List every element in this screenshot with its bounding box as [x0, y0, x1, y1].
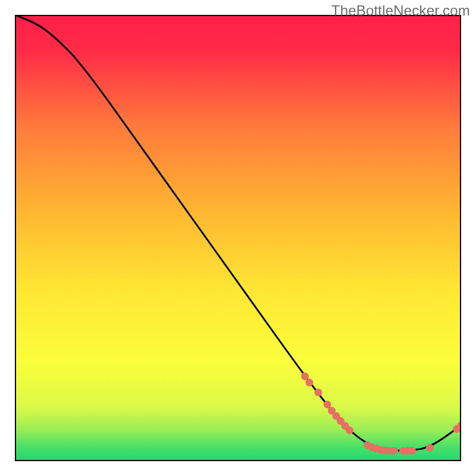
- data-point: [301, 372, 309, 380]
- data-point: [426, 444, 434, 452]
- plot-area: [15, 15, 461, 461]
- data-point: [390, 447, 398, 455]
- data-point: [315, 389, 322, 396]
- data-point: [346, 427, 353, 434]
- gradient-background: [15, 15, 461, 461]
- chart-svg: [15, 15, 461, 461]
- data-point: [408, 447, 416, 455]
- data-point: [306, 379, 314, 387]
- chart-container: TheBottleNecker.com: [0, 0, 476, 476]
- data-point: [324, 400, 331, 408]
- watermark-text: TheBottleNecker.com: [331, 2, 470, 19]
